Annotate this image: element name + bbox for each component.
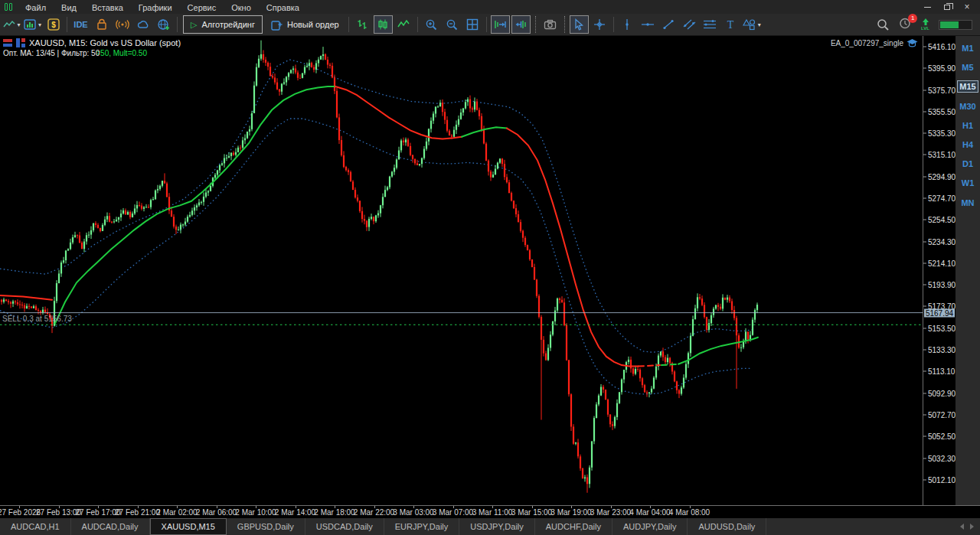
candlestick-mode-button[interactable] [374,15,393,34]
price-tick: 5072.70 [923,410,956,419]
price-tick: 5234.30 [923,237,956,246]
screenshot-button[interactable] [541,15,560,34]
bar-chart-mode-button[interactable] [353,15,372,34]
menu-Файл[interactable]: Файл [18,2,54,14]
zoom-out-button[interactable] [443,15,462,34]
time-label: 3 Mar 07:00 [433,508,473,517]
expert-advisor-label[interactable]: EA_0_007297_single [831,38,918,47]
time-label: 2 Mar 18:00 [314,508,354,517]
trendline-icon [662,18,675,31]
tile-windows-button[interactable] [463,15,482,34]
chart-tab-AUDJPY-Daily[interactable]: AUDJPY,Daily [612,518,688,535]
chart-tab-GBPUSD-Daily[interactable]: GBPUSD,Daily [227,518,305,535]
cursor-tool-button[interactable] [570,15,589,34]
timeframe-H1[interactable]: H1 [957,119,978,132]
chart-tab-XAUUSD-M15[interactable]: XAUUSD,M15 [150,518,227,535]
menu-Справка[interactable]: Справка [259,2,307,14]
timeframe-D1[interactable]: D1 [957,158,978,170]
deposit-button[interactable]: $ [44,15,63,34]
sell-position-label: SELL 0.3 at 5156.73 [2,315,72,323]
connection-status-bar [939,20,972,30]
chart-area[interactable]: XAUUSD, M15: Gold vs US Dollar (spot) Оп… [0,36,923,505]
channel-tool-button[interactable] [680,15,699,34]
timeframe-MN[interactable]: MN [957,197,978,209]
timeframe-H4[interactable]: H4 [957,139,978,151]
text-tool-button[interactable]: T [721,15,740,34]
restore-icon[interactable] [939,2,956,12]
community-button[interactable] [154,15,173,34]
vertical-line-tool-button[interactable] [618,15,637,34]
chart-tab-AUDCHF-Daily[interactable]: AUDCHF,Daily [535,518,612,535]
minimize-icon[interactable] [919,2,936,12]
divider [177,17,178,32]
signals-button[interactable] [113,15,132,34]
cloud-button[interactable] [133,15,152,34]
line-chart-mode-button[interactable] [394,15,413,34]
trendline-tool-button[interactable] [659,15,678,34]
cursor-icon [573,18,585,31]
marketplace-button[interactable] [92,15,111,34]
auto-scroll-button[interactable] [491,15,510,34]
menu-Вид[interactable]: Вид [54,2,84,14]
mt5-window: ФайлВидВставкаГрафикиСервисОкноСправка ×… [0,0,980,535]
chart-tab-AUDCAD-H1[interactable]: AUDCAD,H1 [0,518,71,535]
one-click-trading-icon[interactable] [16,38,26,47]
price-tick: 5375.70 [923,86,956,94]
crosshair-tool-button[interactable] [590,15,609,34]
chart-tab-USDCAD-Daily[interactable]: USDCAD,Daily [305,518,384,535]
close-icon[interactable]: × [959,2,975,12]
price-tick: 5335.30 [923,129,956,138]
shapes-icon [743,18,756,31]
menu-Графики[interactable]: Графики [131,2,180,14]
algo-trading-button[interactable]: ▷ Алготрейдинг [183,15,263,34]
chart-tab-EURJPY-Daily[interactable]: EURJPY,Daily [384,518,460,535]
chart-tab-AUDCAD-Daily[interactable]: AUDCAD,Daily [71,518,150,535]
tab-scroll-right-icon[interactable] [970,524,974,530]
menu-Вставка[interactable]: Вставка [84,2,131,14]
tab-scroll-left-icon[interactable] [960,524,964,530]
current-price-tag: 5167.94 [924,308,955,317]
timeframe-M5[interactable]: M5 [957,61,978,73]
menu-Окно[interactable]: Окно [224,2,259,14]
timeframe-M30[interactable]: M30 [957,100,978,113]
lvl-indicator[interactable]: LVL [921,18,929,31]
fibonacci-tool-button[interactable] [701,15,720,34]
chart-tab-USDJPY-Daily[interactable]: USDJPY,Daily [459,518,535,535]
zoom-in-icon [425,18,438,31]
chart-shift-button[interactable] [511,15,531,34]
zoom-in-button[interactable] [422,15,441,34]
chart-tab-AUDUSD-Daily[interactable]: AUDUSD,Daily [688,518,766,535]
chart-profile-dropdown[interactable]: ▾ [2,15,21,34]
time-axis[interactable]: 27 Feb 202627 Feb 13:0027 Feb 17:0027 Fe… [0,505,980,518]
bar-chart-icon [356,18,368,31]
time-label: 2 Mar 02:00 [156,508,197,517]
vertical-line-icon [622,18,632,31]
indicator-label-white: Опт. МА: 13/45 | Фильтр: 50 [3,49,100,57]
price-tick: 5274.70 [923,194,956,203]
price-axis[interactable]: 5167.94 5416.105395.905375.705355.505335… [923,36,956,505]
divider [67,17,67,32]
timeframe-M1[interactable]: M1 [957,42,978,54]
shapes-dropdown[interactable]: ▾ [742,15,762,34]
price-tick: 5315.10 [923,151,956,159]
menu-Сервис[interactable]: Сервис [180,2,224,14]
chart-canvas[interactable] [0,36,923,505]
horizontal-line-tool-button[interactable] [639,15,658,34]
price-tick: 5416.10 [923,43,956,51]
line-chart-icon [397,18,410,31]
community-globe-icon [157,18,171,31]
notifications-button[interactable]: 1 [899,17,912,33]
main-toolbar: ▾ ▾ $ IDE ▷ Алготрейдинг Новый орд [0,14,980,36]
price-tick: 5133.30 [923,346,956,354]
search-icon[interactable] [877,18,890,31]
price-tick: 5193.90 [923,281,956,289]
new-order-button[interactable]: Новый ордер [265,15,345,34]
market-watch-dropdown[interactable]: ▾ [23,15,42,34]
crosshair-icon [593,18,606,31]
shift-end-icon [493,18,507,31]
price-tick: 5294.90 [923,172,956,181]
timeframe-M15[interactable]: M15 [957,80,978,93]
depth-of-market-icon[interactable] [3,38,13,47]
timeframe-W1[interactable]: W1 [957,177,978,189]
ide-button[interactable]: IDE [71,15,90,34]
